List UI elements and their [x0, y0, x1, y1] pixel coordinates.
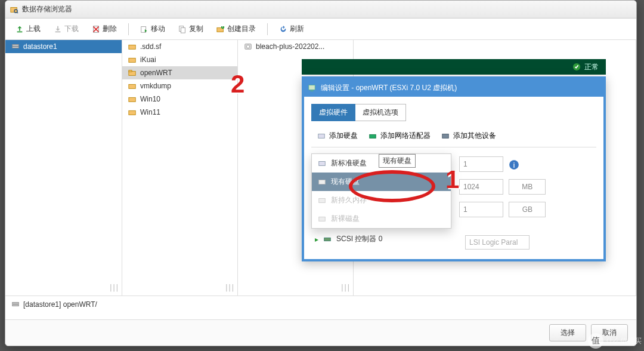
move-icon: [140, 25, 148, 33]
refresh-icon: [279, 25, 287, 33]
disk-unit[interactable]: GB: [509, 202, 546, 217]
status-bar: 正常: [302, 59, 606, 75]
toolbar: 上载 下载 删除 移动 复制 + 创建目录 刷新: [5, 19, 636, 40]
disk-file-icon: [244, 42, 252, 51]
move-button[interactable]: 移动: [135, 21, 171, 37]
copy-icon: [178, 25, 187, 33]
add-hdd-button[interactable]: 添加硬盘: [317, 131, 358, 141]
popup-body: 虚拟硬件 虚拟机选项 添加硬盘 添加网络适配器 添加其他设备 新标准硬盘: [304, 97, 603, 236]
new-folder-icon: +: [216, 25, 225, 33]
tooltip: 现有硬盘: [379, 154, 416, 168]
svg-rect-36: [319, 217, 326, 221]
mkdir-button[interactable]: + 创建目录: [211, 21, 261, 37]
folder-item-selected[interactable]: openWRT: [122, 66, 237, 79]
tab-options[interactable]: 虚拟机选项: [355, 104, 406, 121]
memory-input[interactable]: [459, 179, 503, 195]
memory-unit[interactable]: MB: [509, 179, 546, 195]
folder-item[interactable]: .sdd.sf: [122, 40, 237, 53]
select-button[interactable]: 选择: [549, 324, 586, 341]
hdd-icon: [317, 132, 326, 140]
scsi-row[interactable]: ▸ SCSI 控制器 0: [315, 234, 382, 244]
svg-line-2: [17, 12, 18, 13]
folder-item[interactable]: Win10: [122, 93, 237, 106]
tab-hardware[interactable]: 虚拟硬件: [311, 104, 355, 121]
hdd-icon: [318, 196, 326, 205]
status-text: 正常: [584, 62, 599, 72]
svg-rect-17: [129, 58, 135, 62]
resize-handle[interactable]: |||: [224, 284, 234, 292]
svg-rect-3: [17, 31, 23, 32]
column-1: datastore1 |||: [5, 40, 122, 295]
add-other-button[interactable]: 添加其他设备: [441, 131, 496, 141]
datastore-icon: [11, 300, 20, 309]
add-nic-button[interactable]: 添加网络适配器: [369, 131, 431, 141]
svg-rect-19: [129, 70, 132, 72]
hdd-icon: [318, 178, 326, 186]
datastore-item[interactable]: datastore1: [5, 40, 122, 53]
upload-button[interactable]: 上载: [10, 21, 46, 37]
hardware-values: i MB GB: [459, 156, 546, 217]
nic-icon: [369, 132, 377, 140]
svg-text:i: i: [513, 160, 515, 169]
separator: [267, 23, 268, 35]
refresh-button[interactable]: 刷新: [274, 21, 309, 37]
copy-button[interactable]: 复制: [173, 21, 209, 37]
info-icon[interactable]: i: [509, 159, 519, 170]
edit-settings-dialog: 编辑设置 - openWRT (ESXi 7.0 U2 虚拟机) 虚拟硬件 虚拟…: [302, 76, 606, 261]
disk-size-input[interactable]: [459, 202, 503, 217]
folder-open-icon: [128, 69, 137, 77]
path-bar: [datastore1] openWRT/: [5, 295, 636, 312]
titlebar: 数据存储浏览器: [5, 1, 636, 19]
svg-rect-10: [181, 27, 185, 33]
resize-handle[interactable]: |||: [109, 284, 118, 292]
folder-icon: [128, 95, 137, 103]
svg-rect-28: [309, 85, 315, 90]
column-2: .sdd.sf iKuai openWRT vmkdump Win10 Win1…: [122, 40, 238, 295]
path-text: [datastore1] openWRT/: [23, 300, 97, 309]
hdd-icon: [318, 215, 326, 223]
folder-item[interactable]: iKuai: [122, 53, 237, 66]
svg-rect-32: [442, 134, 449, 138]
datastore-icon: [11, 42, 20, 51]
folder-item[interactable]: Win11: [122, 106, 237, 119]
upload-icon: [16, 25, 24, 33]
hdd-icon: [318, 159, 326, 168]
svg-rect-25: [13, 302, 19, 304]
file-item[interactable]: bleach-plus-202202...: [238, 40, 353, 53]
resize-handle[interactable]: |||: [340, 284, 349, 292]
folder-icon: [128, 56, 137, 64]
dropdown-pmem[interactable]: 新持久内存: [312, 191, 451, 210]
svg-rect-4: [55, 31, 61, 32]
dropdown-existing-disk[interactable]: 现有硬盘: [312, 173, 451, 191]
folder-icon: [128, 108, 137, 116]
popup-title: 编辑设置 - openWRT (ESXi 7.0 U2 虚拟机): [321, 83, 457, 93]
footer: 选择 取消: [5, 319, 636, 346]
folder-item[interactable]: vmkdump: [122, 79, 237, 93]
svg-rect-34: [319, 180, 326, 184]
svg-point-24: [246, 45, 249, 48]
separator: [128, 23, 129, 35]
popup-titlebar: 编辑设置 - openWRT (ESXi 7.0 U2 虚拟机): [304, 79, 603, 97]
svg-rect-33: [319, 161, 326, 165]
delete-button[interactable]: 删除: [86, 21, 122, 37]
device-icon: [441, 132, 450, 140]
cancel-button[interactable]: 取消: [591, 324, 628, 341]
download-button[interactable]: 下载: [48, 21, 84, 37]
svg-rect-26: [13, 304, 19, 306]
vm-icon: [308, 84, 316, 92]
window-title: 数据存储浏览器: [22, 4, 72, 14]
cpu-select[interactable]: [459, 156, 503, 172]
scsi-icon: [323, 235, 332, 244]
download-icon: [54, 25, 62, 33]
delete-icon: [92, 25, 100, 33]
svg-rect-39: [324, 238, 331, 241]
svg-rect-15: [13, 47, 19, 48]
svg-rect-22: [129, 110, 135, 115]
scsi-type-select[interactable]: LSI Logic Paral: [465, 235, 530, 250]
svg-rect-20: [129, 84, 135, 88]
svg-rect-16: [129, 45, 135, 49]
dropdown-raw[interactable]: 新裸磁盘: [312, 210, 451, 228]
svg-rect-31: [370, 134, 376, 138]
folder-icon: [128, 82, 137, 90]
svg-rect-35: [319, 198, 326, 202]
